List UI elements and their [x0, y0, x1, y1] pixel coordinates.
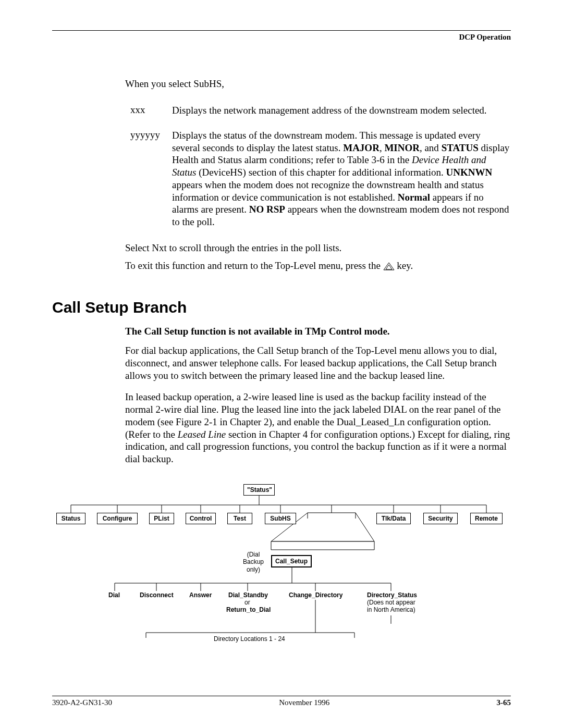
- node-tlkdata: Tlk/Data: [376, 513, 411, 524]
- label-answer: Answer: [189, 591, 212, 599]
- def-key-yyy: yyyyyy: [130, 129, 172, 228]
- header-section: DCP Operation: [52, 33, 511, 42]
- label-or: or: [244, 599, 250, 606]
- menu-tree-diagram: "Status" Status Configure PList Control …: [52, 484, 511, 672]
- para-nxt: Select Nxt to scroll through the entries…: [125, 242, 511, 254]
- svg-marker-0: [384, 263, 394, 270]
- section-title: Call Setup Branch: [52, 299, 511, 316]
- node-security: Security: [423, 513, 458, 524]
- section-note: The Call Setup function is not available…: [125, 326, 511, 337]
- intro-text: When you select SubHS,: [125, 78, 511, 90]
- footer-page: 3-65: [496, 698, 511, 707]
- label-dial-backup-only: (Dial Backup only): [239, 551, 268, 573]
- label-change-directory: Change_Directory: [289, 591, 342, 599]
- home-key-icon: [383, 260, 395, 273]
- node-plist: PList: [149, 513, 174, 524]
- footer-docnum: 3920-A2-GN31-30: [52, 698, 112, 707]
- def-key-xxx: xxx: [130, 104, 172, 117]
- node-status-top: "Status": [243, 484, 275, 496]
- node-call-setup: Call_Setup: [271, 555, 312, 567]
- para-exit: To exit this function and return to the …: [125, 260, 511, 273]
- node-status: Status: [56, 513, 85, 524]
- svg-marker-15: [271, 541, 374, 550]
- label-directory-status: Directory_Status: [367, 591, 417, 599]
- label-na-note: (Does not appear in North America): [367, 599, 415, 614]
- label-dial: Dial: [108, 591, 120, 599]
- label-return-to-dial: Return_to_Dial: [226, 606, 271, 613]
- label-dial-standby: Dial_Standby: [228, 591, 268, 599]
- node-remote: Remote: [470, 513, 503, 524]
- def-val-xxx: Displays the network management address …: [172, 104, 487, 117]
- node-test: Test: [227, 513, 252, 524]
- node-control: Control: [186, 513, 216, 524]
- footer-date: November 1996: [279, 698, 329, 707]
- para-leased: In leased backup operation, a 2-wire lea…: [125, 391, 511, 465]
- label-dir-locations: Directory Locations 1 - 24: [214, 635, 285, 643]
- node-subhs: SubHS: [265, 513, 296, 524]
- def-val-yyy: Displays the status of the downstream mo…: [172, 129, 511, 228]
- label-disconnect: Disconnect: [140, 591, 174, 599]
- para-dial: For dial backup applications, the Call S…: [125, 344, 511, 381]
- node-configure: Configure: [97, 513, 138, 524]
